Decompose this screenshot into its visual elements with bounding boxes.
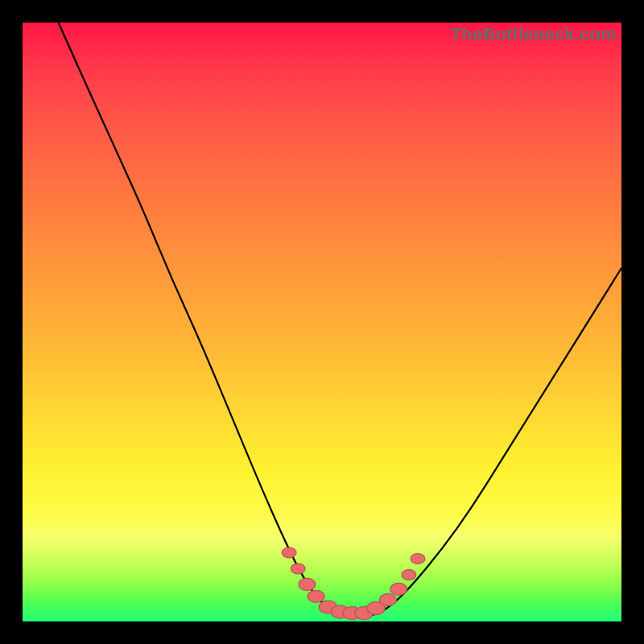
- bottleneck-curve: [59, 23, 621, 616]
- chart-plot-area: TheBottleneck.com: [23, 23, 621, 621]
- curve-marker: [299, 578, 316, 590]
- curve-marker: [390, 583, 407, 595]
- curve-marker: [308, 590, 324, 602]
- curve-marker: [411, 554, 425, 564]
- curve-marker: [402, 570, 416, 580]
- curve-marker: [282, 547, 296, 558]
- curve-markers: [282, 547, 425, 620]
- chart-frame: TheBottleneck.com: [0, 0, 644, 644]
- curve-marker: [291, 564, 305, 574]
- curve-marker: [379, 594, 396, 606]
- chart-svg: [23, 23, 621, 621]
